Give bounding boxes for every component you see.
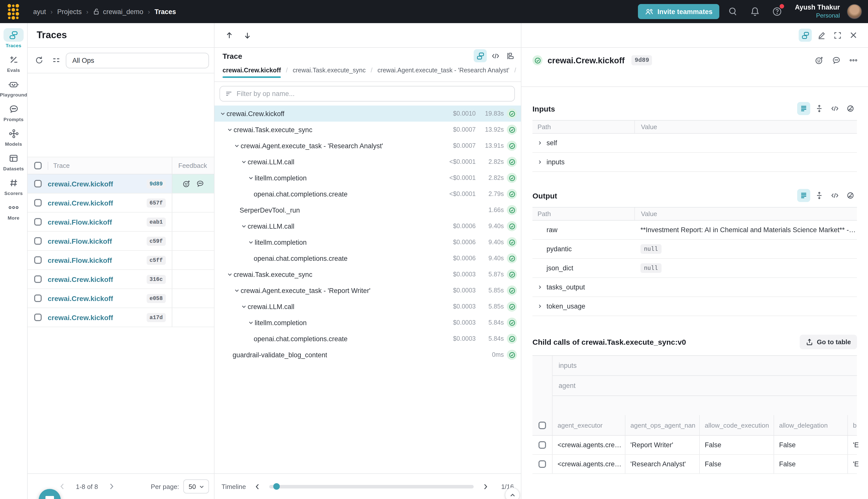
trace-list-row[interactable]: crewai.Crew.kickoffa17d (28, 308, 214, 327)
notifications-bell-icon[interactable] (747, 3, 764, 20)
page-prev-button[interactable] (56, 480, 69, 493)
fullscreen-button[interactable] (831, 29, 844, 42)
tree-row[interactable]: crewai.Agent.execute_task - 'Research An… (214, 138, 521, 154)
chevron-down-icon[interactable] (225, 127, 234, 132)
row-checkbox[interactable] (34, 237, 41, 245)
op-filter-input[interactable] (237, 90, 509, 97)
tree-row[interactable]: crewai.LLM.call$0.00069.40s (214, 218, 521, 234)
chevron-down-icon[interactable] (219, 111, 226, 116)
chevron-down-icon[interactable] (225, 272, 234, 277)
add-reaction-icon[interactable] (813, 54, 826, 67)
prev-call-arrow-up-button[interactable] (222, 28, 237, 43)
sidebar-item-evals[interactable]: Evals (0, 53, 27, 73)
trace-link[interactable]: crewai.Crew.kickoff (48, 275, 113, 283)
row-checkbox[interactable] (538, 441, 546, 449)
search-icon[interactable] (724, 3, 742, 20)
trace-link[interactable]: crewai.Crew.kickoff (48, 199, 113, 207)
tree-row[interactable]: openai.chat.completions.create<$0.00012.… (214, 186, 521, 202)
sidebar-item-more[interactable]: More (0, 200, 27, 221)
tree-row[interactable]: crewai.Task.execute_sync$0.00035.87s (214, 266, 521, 282)
chevron-right-icon[interactable] (537, 140, 543, 146)
help-icon[interactable] (769, 3, 786, 20)
code-view-button[interactable] (828, 102, 841, 115)
tree-row[interactable]: openai.chat.completions.create$0.00035.8… (214, 331, 521, 347)
user-account[interactable]: Personal (795, 12, 840, 20)
sidebar-item-datasets[interactable]: Datasets (0, 151, 27, 171)
next-call-arrow-down-button[interactable] (239, 28, 255, 43)
chevron-right-icon[interactable] (537, 304, 543, 309)
kv-row[interactable]: token_usage (532, 297, 857, 316)
tree-row[interactable]: crewai.Agent.execute_task - 'Report Writ… (214, 282, 521, 299)
chevron-down-icon[interactable] (233, 143, 240, 148)
sidebar-item-scorers[interactable]: Scorers (0, 176, 27, 196)
comment-icon[interactable] (196, 179, 204, 188)
tree-row[interactable]: crewai.Task.execute_sync$0.000713.92s (214, 122, 521, 138)
trace-link[interactable]: crewai.Crew.kickoff (48, 294, 113, 302)
code-view-button[interactable] (489, 49, 502, 62)
tree-row[interactable]: litellm.completion<$0.00012.82s (214, 170, 521, 186)
row-checkbox[interactable] (34, 218, 41, 226)
trace-list-row[interactable]: crewai.Crew.kickoffe058 (28, 289, 214, 308)
tree-row[interactable]: crewai.LLM.call$0.00035.85s (214, 299, 521, 315)
tree-row[interactable]: litellm.completion$0.00035.84s (214, 315, 521, 331)
tree-row[interactable]: crewai.Crew.kickoff$0.001019.83s (214, 106, 521, 122)
chevron-down-icon[interactable] (247, 175, 255, 181)
expand-rows-button[interactable] (813, 189, 826, 202)
tree-row[interactable]: openai.chat.completions.create$0.00069.4… (214, 250, 521, 266)
row-checkbox[interactable] (34, 314, 41, 321)
go-to-table-button[interactable]: Go to table (800, 334, 857, 349)
trace-list-row[interactable]: crewai.Crew.kickoff657f (28, 194, 214, 212)
row-checkbox[interactable] (34, 180, 41, 187)
trace-list-row[interactable]: crewai.Flow.kickoffeab1 (28, 212, 214, 232)
column-header-allow_delegation[interactable]: allow_delegation (774, 415, 848, 435)
chevron-right-icon[interactable] (537, 284, 543, 290)
add-reaction-icon[interactable] (182, 179, 191, 188)
tree-row[interactable]: guardrail-validate_blog_content0ms (214, 347, 521, 363)
kv-row[interactable]: self (532, 134, 857, 153)
breadcrumb-projects[interactable]: Projects (57, 8, 82, 15)
column-header-b[interactable]: b (848, 415, 868, 435)
trace-link[interactable]: crewai.Flow.kickoff (48, 256, 112, 264)
trace-link[interactable]: crewai.Flow.kickoff (48, 218, 112, 226)
row-checkbox[interactable] (34, 294, 41, 302)
child-call-row[interactable]: <crewai.agents.cre…'Research Analyst'Fal… (532, 455, 857, 474)
trace-list-row[interactable]: crewai.Flow.kickoffc5ff (28, 251, 214, 270)
list-view-button[interactable] (797, 189, 810, 202)
timeline-slider-knob[interactable] (273, 483, 280, 490)
breadcrumb-project[interactable]: crewai_demo (93, 8, 144, 15)
tree-row[interactable]: litellm.completion$0.00069.40s (214, 234, 521, 250)
code-view-button[interactable] (828, 189, 841, 202)
trace-link[interactable]: crewai.Flow.kickoff (48, 237, 112, 245)
feedback-column-header[interactable]: Feedback (172, 157, 214, 174)
trace-crumb-tab[interactable]: crewai.Crew.kickoff (223, 67, 281, 78)
sidebar-item-traces[interactable]: Traces (0, 28, 27, 48)
breadcrumb-entity[interactable]: ayut (33, 8, 46, 15)
invite-teammates-button[interactable]: Invite teammates (638, 4, 720, 19)
chevron-down-icon[interactable] (247, 320, 255, 325)
timeline-prev-button[interactable] (251, 480, 264, 493)
hide-values-button[interactable] (844, 102, 857, 115)
trace-list-row[interactable]: crewai.Crew.kickoff9d89 (28, 174, 214, 194)
refresh-button[interactable] (32, 53, 47, 68)
sidebar-item-models[interactable]: Models (0, 126, 27, 147)
select-all-checkbox[interactable] (34, 162, 41, 169)
trace-crumb-tab[interactable]: crewai.Agent.execute_task - 'Research An… (377, 67, 509, 78)
trace-column-header[interactable]: Trace (53, 162, 172, 169)
ops-filter-select[interactable]: All Ops (66, 52, 209, 68)
tree-row[interactable]: SerperDevTool._run1.66s (214, 202, 521, 218)
expand-rows-button[interactable] (813, 102, 826, 115)
column-header-agent_executor[interactable]: agent_executor (553, 415, 625, 435)
chevron-down-icon[interactable] (247, 240, 255, 245)
timeline-next-button[interactable] (479, 480, 492, 493)
row-checkbox[interactable] (538, 460, 546, 468)
hide-values-button[interactable] (844, 189, 857, 202)
timeline-slider[interactable] (269, 485, 474, 488)
trace-link[interactable]: crewai.Crew.kickoff (48, 180, 113, 188)
page-next-button[interactable] (105, 480, 118, 493)
edit-pencil-button[interactable] (815, 29, 828, 42)
more-menu-icon[interactable] (847, 54, 860, 67)
show-traces-button[interactable] (799, 29, 812, 42)
row-checkbox[interactable] (34, 256, 41, 264)
sidebar-item-playground[interactable]: Playground (0, 77, 27, 97)
kv-row[interactable]: tasks_output (532, 278, 857, 297)
